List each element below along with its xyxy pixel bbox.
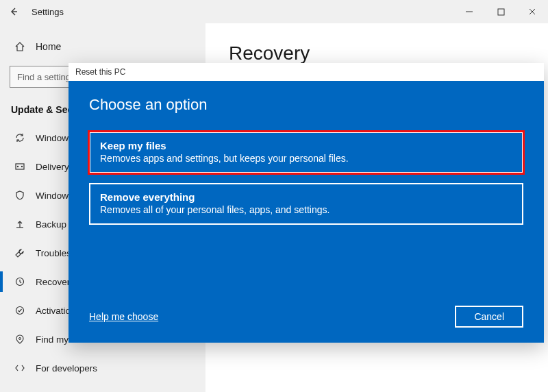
titlebar: Settings <box>0 0 548 23</box>
search-placeholder: Find a setting <box>17 72 71 82</box>
option-title: Keep my files <box>100 140 512 151</box>
sidebar-item-for-developers[interactable]: For developers <box>0 354 206 382</box>
dialog-titlebar: Reset this PC <box>68 63 544 81</box>
arrow-left-icon <box>9 7 18 16</box>
back-button[interactable] <box>0 0 27 23</box>
reset-pc-dialog: Reset this PC Choose an option Keep my f… <box>68 63 544 343</box>
page-title: Recovery <box>229 42 548 64</box>
svg-point-2 <box>17 166 18 167</box>
sidebar-item-label: For developers <box>36 363 97 373</box>
recovery-icon <box>14 276 26 287</box>
location-icon <box>14 334 26 345</box>
dialog-window-title: Reset this PC <box>75 67 125 77</box>
option-desc: Removes all of your personal files, apps… <box>100 204 512 215</box>
sidebar-home[interactable]: Home <box>0 36 206 58</box>
sidebar-item-label: Backup <box>36 219 66 230</box>
help-me-choose-link[interactable]: Help me choose <box>89 311 158 322</box>
option-title: Remove everything <box>100 191 512 203</box>
backup-icon <box>14 219 26 230</box>
option-desc: Removes apps and settings, but keeps you… <box>100 153 512 164</box>
option-remove-everything[interactable]: Remove everything Removes all of your pe… <box>89 183 523 225</box>
minimize-button[interactable] <box>453 0 485 23</box>
sidebar-home-label: Home <box>36 41 61 52</box>
svg-point-3 <box>21 166 23 167</box>
shield-icon <box>14 190 26 201</box>
maximize-button[interactable] <box>485 0 516 23</box>
close-icon <box>528 8 536 16</box>
close-button[interactable] <box>516 0 548 23</box>
delivery-icon <box>14 161 26 172</box>
developer-icon <box>14 363 26 373</box>
minimize-icon <box>465 8 473 16</box>
dialog-heading: Choose an option <box>89 96 523 114</box>
app-title: Settings <box>32 7 64 17</box>
svg-rect-0 <box>498 9 504 15</box>
window-controls <box>453 0 548 23</box>
cancel-button[interactable]: Cancel <box>455 306 523 328</box>
check-circle-icon <box>14 305 26 316</box>
option-keep-my-files[interactable]: Keep my files Removes apps and settings,… <box>89 132 523 173</box>
wrench-icon <box>14 247 26 258</box>
svg-point-6 <box>19 338 21 340</box>
svg-rect-1 <box>16 164 24 169</box>
sync-icon <box>14 132 26 143</box>
maximize-icon <box>497 8 505 16</box>
home-icon <box>14 41 26 52</box>
